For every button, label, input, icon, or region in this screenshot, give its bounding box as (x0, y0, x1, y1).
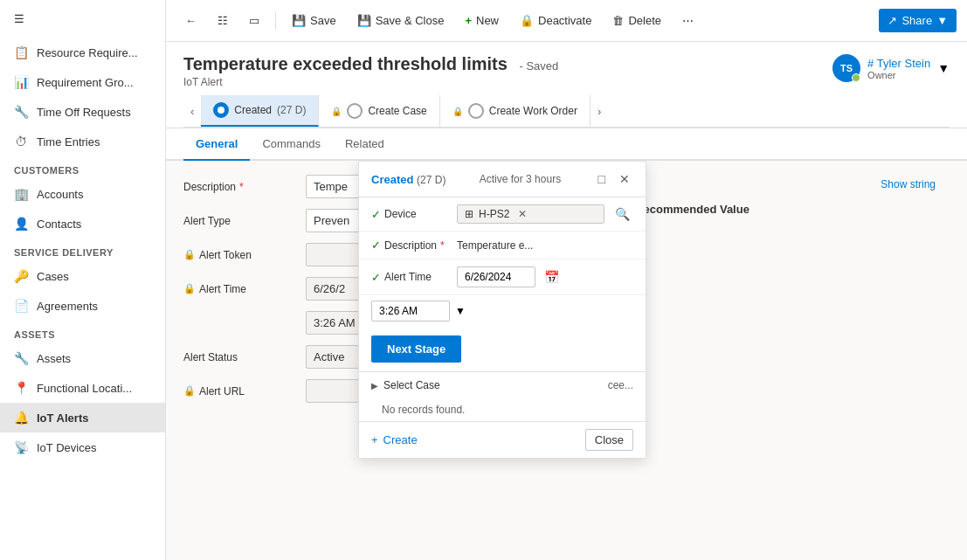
stage-dot-created (218, 107, 224, 114)
deactivate-button[interactable]: 🔒 Deactivate (511, 9, 600, 32)
stage-lock-create-work-order: 🔒 (452, 107, 463, 116)
select-case-row: ▶ Select Case cee... (359, 371, 646, 398)
stage-dot-create-case (351, 107, 358, 114)
new-button[interactable]: + New (456, 9, 508, 32)
sidebar-item-time-off[interactable]: 🔧 Time Off Requests (0, 97, 165, 127)
tab-related[interactable]: Related (333, 128, 397, 161)
panel-alert-time-label: ✓ Alert Time (371, 271, 450, 284)
side-panel-icons: □ ✕ (595, 170, 633, 188)
sidebar-item-label: IoT Alerts (37, 411, 88, 425)
side-panel-close-button[interactable]: ✕ (616, 170, 633, 188)
device-tag-icon: ⊞ (465, 208, 473, 220)
tab-general[interactable]: General (183, 128, 250, 161)
avatar: TS (832, 54, 860, 82)
stage-sub-created: (27 D) (277, 104, 306, 116)
stage-circle-create-work-order (468, 103, 484, 119)
back-button[interactable]: ← (176, 9, 205, 32)
cases-icon: 🔑 (14, 269, 28, 283)
separator-1 (275, 12, 276, 30)
save-button[interactable]: 💾 Save (283, 9, 345, 32)
sidebar-item-label: Functional Locati... (37, 382, 132, 395)
stage-label-created: Created (234, 104, 272, 116)
create-close-row: + Create Close (359, 421, 646, 458)
sidebar-item-agreements[interactable]: 📄 Agreements (0, 291, 165, 321)
share-button[interactable]: ↗ Share ▼ (879, 9, 957, 32)
side-panel-expand-button[interactable]: □ (595, 170, 609, 188)
panel-time-chevron-button[interactable]: ▼ (455, 305, 466, 317)
process-stage-created[interactable]: Created (27 D) (201, 95, 319, 127)
service-delivery-section-label: Service Delivery (0, 239, 165, 261)
deactivate-icon: 🔒 (520, 14, 534, 27)
record-subtitle: IoT Alert (183, 76, 558, 88)
panel-alert-time-check-icon: ✓ (371, 271, 381, 284)
process-stage-create-case[interactable]: 🔒 Create Case (319, 95, 439, 127)
process-stage-create-work-order[interactable]: 🔒 Create Work Order (440, 95, 591, 127)
panel-alert-time-date-input[interactable] (457, 266, 535, 287)
save-close-label: Save & Close (376, 14, 445, 27)
sidebar-item-accounts[interactable]: 🏢 Accounts (0, 179, 165, 209)
record-title: Temperature exceeded threshold limits (183, 54, 508, 73)
save-icon: 💾 (292, 14, 306, 27)
alert-time-lock-icon: 🔒 (183, 283, 196, 294)
sidebar-item-requirement-grp[interactable]: 📊 Requirement Gro... (0, 67, 165, 97)
functional-loc-icon: 📍 (14, 381, 28, 395)
delete-label: Delete (628, 14, 661, 27)
process-nav-left[interactable]: ‹ (183, 95, 201, 127)
panel-description-check-icon: ✓ (371, 239, 381, 252)
iot-devices-icon: 📡 (14, 440, 28, 454)
toggle-view-icon: ☷ (218, 14, 228, 27)
owner-label: Owner (867, 70, 930, 80)
sidebar-item-functional-loc[interactable]: 📍 Functional Locati... (0, 373, 165, 403)
show-string-link[interactable]: Show string (881, 175, 936, 194)
tab-commands[interactable]: Commands (250, 128, 332, 161)
command-bar: ← ☷ ▭ 💾 Save 💾 Save & Close + New 🔒 Deac… (166, 0, 967, 42)
owner-name[interactable]: # Tyler Stein (867, 57, 930, 70)
requirement-grp-icon: 📊 (14, 75, 28, 89)
time-off-icon: 🔧 (14, 105, 28, 119)
new-icon: + (465, 14, 472, 27)
create-plus-icon: + (371, 433, 378, 446)
sidebar-item-iot-devices[interactable]: 📡 IoT Devices (0, 432, 165, 462)
select-case-arrow-icon: ▶ (371, 381, 378, 391)
time-entries-icon: ⏱ (14, 135, 28, 149)
create-button[interactable]: + Create (371, 433, 418, 446)
accounts-icon: 🏢 (14, 187, 28, 201)
sidebar-item-label: Accounts (37, 188, 83, 201)
sidebar-item-resource-req[interactable]: 📋 Resource Require... (0, 38, 165, 67)
side-panel-header: Created (27 D) Active for 3 hours □ ✕ (359, 162, 646, 197)
create-label: Create (383, 433, 418, 446)
alert-token-label: 🔒 Alert Token (183, 249, 297, 261)
split-view-button[interactable]: ▭ (240, 9, 268, 32)
sidebar-item-label: Resource Require... (37, 46, 138, 59)
owner-chevron-button[interactable]: ▼ (937, 61, 950, 75)
sidebar-item-cases[interactable]: 🔑 Cases (0, 261, 165, 291)
delete-button[interactable]: 🗑 Delete (604, 9, 670, 32)
close-panel-button[interactable]: Close (585, 429, 633, 451)
sidebar-item-contacts[interactable]: 👤 Contacts (0, 209, 165, 239)
sidebar-item-label: Assets (37, 352, 71, 365)
next-stage-button[interactable]: Next Stage (371, 335, 461, 363)
sidebar-item-iot-alerts[interactable]: 🔔 IoT Alerts (0, 403, 165, 432)
sidebar-item-label: Time Entries (37, 135, 100, 149)
more-button[interactable]: ⋯ (673, 9, 702, 32)
panel-description-required: * (440, 239, 445, 252)
toggle-view-button[interactable]: ☷ (209, 9, 237, 32)
save-label: Save (310, 14, 336, 27)
panel-alert-time-calendar-button[interactable]: 📅 (541, 268, 563, 286)
device-tag-remove-button[interactable]: ✕ (518, 208, 527, 220)
stage-label-create-case: Create Case (368, 105, 426, 117)
sidebar-item-label: Agreements (37, 300, 98, 313)
save-close-button[interactable]: 💾 Save & Close (349, 9, 453, 32)
sidebar-item-label: Time Off Requests (37, 106, 131, 119)
panel-device-label: ✓ Device (371, 208, 450, 221)
panel-time-input[interactable] (371, 301, 450, 321)
panel-row-alert-time: ✓ Alert Time 📅 (359, 259, 646, 295)
panel-description-label: ✓ Description * (371, 239, 450, 252)
sidebar-item-time-entries[interactable]: ⏱ Time Entries (0, 127, 165, 156)
sidebar-item-assets[interactable]: 🔧 Assets (0, 343, 165, 373)
process-nav-right[interactable]: › (591, 95, 608, 127)
device-search-button[interactable]: 🔍 (611, 205, 633, 223)
hamburger-button[interactable]: ☰ (0, 0, 165, 38)
panel-description-value: Temperature e... (457, 239, 633, 252)
alert-status-label: Alert Status (183, 351, 297, 363)
